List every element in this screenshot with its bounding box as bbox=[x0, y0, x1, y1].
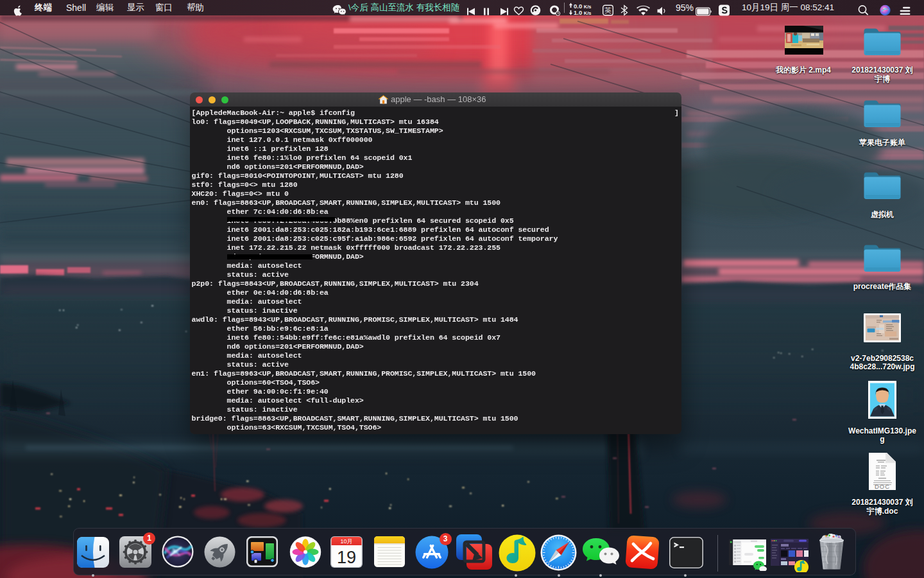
svg-text:1.0 K/s: 1.0 K/s bbox=[574, 9, 592, 16]
svg-text:英: 英 bbox=[604, 6, 612, 14]
svg-text:19: 19 bbox=[337, 548, 356, 567]
svg-text:DOC: DOC bbox=[874, 483, 889, 490]
svg-text:10月: 10月 bbox=[340, 538, 352, 545]
